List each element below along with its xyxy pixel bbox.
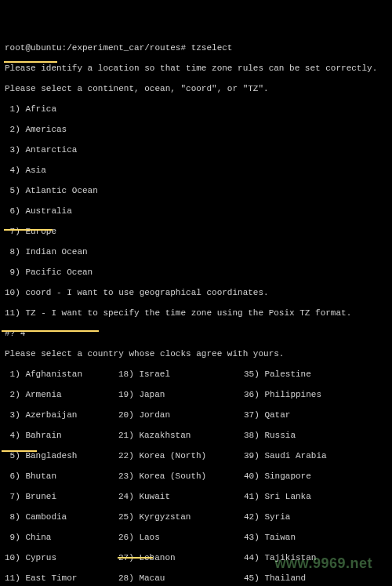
continent-option: 8) Indian Ocean [5, 247, 387, 257]
continent-option: 4) Asia [5, 166, 387, 176]
continent-option: 3) Antarctica [5, 145, 387, 155]
country-row: 10) Cyprus27) Lebanon44) Tajikistan [5, 553, 387, 563]
continent-option: 2) Americas [5, 125, 387, 135]
country-row: 11) East Timor28) Macau45) Thailand [5, 573, 387, 584]
continent-option: 6) Australia [5, 206, 387, 217]
continent-option: 11) TZ - I want to specify the time zone… [5, 308, 387, 318]
country-row: 8) Cambodia25) Kyrgyzstan42) Syria [5, 512, 387, 522]
country-row: 2) Armenia19) Japan36) Philippines [5, 390, 387, 400]
country-row: 1) Afghanistan18) Israel35) Palestine [5, 369, 387, 380]
continent-option: 5) Atlantic Ocean [5, 186, 387, 196]
intro-line-2: Please select a continent, ocean, "coord… [5, 84, 387, 94]
user-input[interactable]: #? 4 [5, 329, 387, 339]
continent-option: 10) coord - I want to use geographical c… [5, 288, 387, 298]
country-row: 7) Brunei24) Kuwait41) Sri Lanka [5, 492, 387, 502]
highlight-asia [4, 61, 57, 63]
ps1: root@ubuntu:/experiment_car/routes# [5, 43, 191, 53]
prompt-line[interactable]: root@ubuntu:/experiment_car/routes# tzse… [5, 43, 387, 53]
country-row: 5) Bangladesh22) Korea (North)39) Saudi … [5, 451, 387, 461]
continent-option: 9) Pacific Ocean [5, 268, 387, 278]
country-prompt: Please select a country whose clocks agr… [5, 349, 387, 359]
continent-option: 1) Africa [5, 104, 387, 115]
intro-line-1: Please identify a location so that time … [5, 64, 387, 74]
country-row: 3) Azerbaijan20) Jordan37) Qatar [5, 410, 387, 420]
country-row: 9) China26) Laos43) Taiwan [5, 533, 387, 543]
cmd-tzselect: tzselect [191, 43, 233, 53]
country-row: 6) Bhutan23) Korea (South)40) Singapore [5, 471, 387, 482]
continent-option: 7) Europe [5, 227, 387, 237]
country-row: 4) Bahrain21) Kazakhstan38) Russia [5, 431, 387, 441]
